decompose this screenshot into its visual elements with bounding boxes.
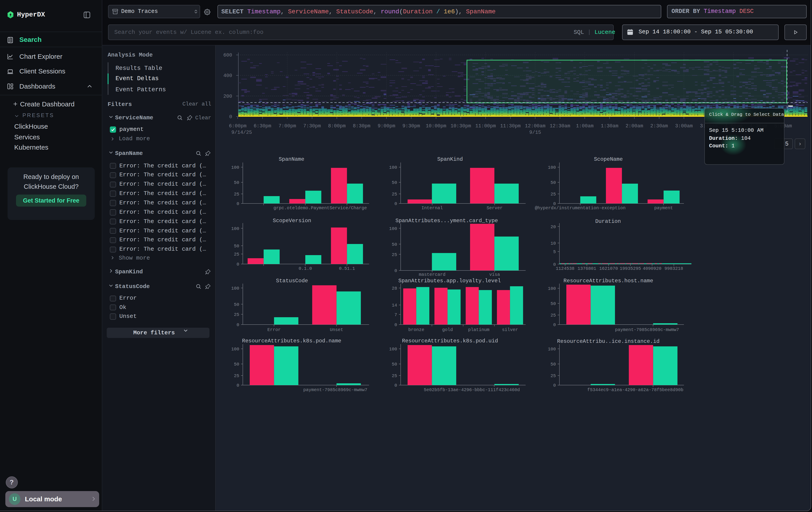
svg-text:28: 28 <box>392 286 397 291</box>
svg-text:8:30pm: 8:30pm <box>353 123 371 129</box>
svg-text:Server: Server <box>487 206 503 211</box>
svg-text:50: 50 <box>392 242 397 247</box>
svg-text:0: 0 <box>237 201 239 206</box>
svg-text:0: 0 <box>237 322 239 327</box>
svg-text:7:00pm: 7:00pm <box>279 123 296 129</box>
svg-text:50: 50 <box>234 302 239 307</box>
svg-text:f5344ec9-a1ea-4290-a62a-78f5be: f5344ec9-a1ea-4290-a62a-78f5bee8d90b <box>587 387 683 393</box>
svg-text:5: 5 <box>553 249 556 254</box>
svg-text:100: 100 <box>389 347 397 352</box>
svg-text:1376801: 1376801 <box>577 266 596 271</box>
svg-text:25: 25 <box>234 252 239 257</box>
svg-text:100: 100 <box>548 286 556 291</box>
svg-text:0: 0 <box>395 268 397 273</box>
svg-text:10:00pm: 10:00pm <box>426 123 446 129</box>
svg-text:50: 50 <box>392 362 397 367</box>
svg-text:600: 600 <box>223 53 232 58</box>
svg-text:6:30pm: 6:30pm <box>254 123 271 129</box>
svg-text:50: 50 <box>551 362 556 367</box>
svg-text:9:00pm: 9:00pm <box>378 123 395 129</box>
svg-text:50: 50 <box>392 180 397 185</box>
svg-text:0: 0 <box>395 201 397 206</box>
svg-text:100: 100 <box>389 226 397 231</box>
svg-text:10:30pm: 10:30pm <box>451 123 471 129</box>
svg-text:12:00am: 12:00am <box>525 123 545 129</box>
svg-text:25: 25 <box>551 373 556 378</box>
svg-text:25: 25 <box>551 192 556 197</box>
svg-text:0: 0 <box>395 383 397 388</box>
svg-text:25: 25 <box>234 373 239 378</box>
svg-text:12:30am: 12:30am <box>550 123 570 129</box>
svg-text:10: 10 <box>551 241 556 246</box>
svg-text:silver: silver <box>502 327 518 332</box>
svg-text:25: 25 <box>392 192 397 197</box>
svg-text:50: 50 <box>551 180 556 185</box>
svg-text:400: 400 <box>223 73 232 79</box>
svg-text:0.1.0: 0.1.0 <box>299 266 312 271</box>
svg-text:25: 25 <box>392 373 397 378</box>
svg-text:50: 50 <box>234 180 239 185</box>
svg-text:SpanName: SpanName <box>279 156 304 162</box>
svg-text:payment-7985c8969c-mwmw7: payment-7985c8969c-mwmw7 <box>615 327 679 332</box>
svg-text:0: 0 <box>237 383 239 388</box>
svg-text:0: 0 <box>553 322 556 327</box>
svg-text:0: 0 <box>229 114 232 120</box>
svg-text:2:00am: 2:00am <box>626 123 643 129</box>
svg-text:9983218: 9983218 <box>665 266 683 271</box>
svg-text:50: 50 <box>234 244 239 249</box>
svg-text:Unset: Unset <box>330 327 343 332</box>
svg-text:100: 100 <box>548 165 556 170</box>
svg-text:50: 50 <box>551 301 556 306</box>
svg-text:9/14/25: 9/14/25 <box>231 130 252 135</box>
svg-text:payment: payment <box>654 206 673 211</box>
svg-text:0: 0 <box>395 322 397 327</box>
svg-text:19935295: 19935295 <box>620 266 641 271</box>
svg-text:8:00pm: 8:00pm <box>328 123 346 129</box>
svg-text:SpanAttributes...yment.card_ty: SpanAttributes...yment.card_type <box>396 218 498 224</box>
svg-text:ResourceAttributes.k8s.pod.nam: ResourceAttributes.k8s.pod.name <box>242 338 341 344</box>
svg-text:ResourceAttribu..ice.instance.: ResourceAttribu..ice.instance.id <box>557 339 660 344</box>
svg-text:5e02b5fb-13ae-4296-bbbc-111f42: 5e02b5fb-13ae-4296-bbbc-111f423c460d <box>424 387 520 393</box>
svg-text:0: 0 <box>553 383 556 388</box>
svg-text:gold: gold <box>442 327 453 332</box>
svg-text:bronze: bronze <box>408 327 424 332</box>
svg-text:SpanKind: SpanKind <box>437 156 463 162</box>
svg-text:9:30pm: 9:30pm <box>402 123 420 129</box>
svg-text:25: 25 <box>392 252 397 257</box>
svg-text:platinum: platinum <box>468 327 489 332</box>
svg-text:100: 100 <box>548 347 556 352</box>
svg-text:100: 100 <box>231 347 239 352</box>
svg-text:7:30pm: 7:30pm <box>303 123 321 129</box>
svg-text:4090920: 4090920 <box>643 266 662 271</box>
svg-text:200: 200 <box>223 94 232 99</box>
svg-text:3:00am: 3:00am <box>675 123 693 129</box>
svg-text:SpanAttributes.app.loyalty.lev: SpanAttributes.app.loyalty.level <box>399 278 501 284</box>
svg-text:Internal: Internal <box>422 206 443 211</box>
svg-text:ResourceAttributes.k8s.pod.uid: ResourceAttributes.k8s.pod.uid <box>402 338 498 344</box>
svg-text:20: 20 <box>551 224 556 230</box>
svg-text:ScopeName: ScopeName <box>594 156 623 162</box>
svg-text:50: 50 <box>234 362 239 367</box>
svg-text:StatusCode: StatusCode <box>276 278 308 284</box>
svg-text:grpc.oteldemo.PaymentService/C: grpc.oteldemo.PaymentService/Charge <box>273 206 367 211</box>
svg-text:100: 100 <box>231 226 239 231</box>
svg-text:0.51.1: 0.51.1 <box>339 266 355 271</box>
svg-text:ResourceAttributes.host.name: ResourceAttributes.host.name <box>563 278 653 284</box>
svg-text:25: 25 <box>551 313 556 318</box>
svg-text:11:30pm: 11:30pm <box>500 123 521 129</box>
svg-text:payment-7985c8969c-mwmw7: payment-7985c8969c-mwmw7 <box>303 387 367 393</box>
svg-text:9/15: 9/15 <box>529 130 541 135</box>
svg-text:11:00pm: 11:00pm <box>475 123 496 129</box>
svg-text:0: 0 <box>237 262 239 267</box>
svg-text:100: 100 <box>231 286 239 291</box>
svg-text:100: 100 <box>389 165 397 170</box>
svg-text:1:00am: 1:00am <box>576 123 593 129</box>
svg-text:7: 7 <box>395 312 397 318</box>
svg-text:1124538: 1124538 <box>556 266 575 271</box>
svg-text:1621070: 1621070 <box>599 266 618 271</box>
svg-text:mastercard: mastercard <box>419 272 445 277</box>
svg-text:Duration: Duration <box>595 218 621 224</box>
svg-text:1:30am: 1:30am <box>601 123 618 129</box>
svg-text:Error: Error <box>267 327 281 332</box>
svg-text:6:00pm: 6:00pm <box>229 123 246 129</box>
